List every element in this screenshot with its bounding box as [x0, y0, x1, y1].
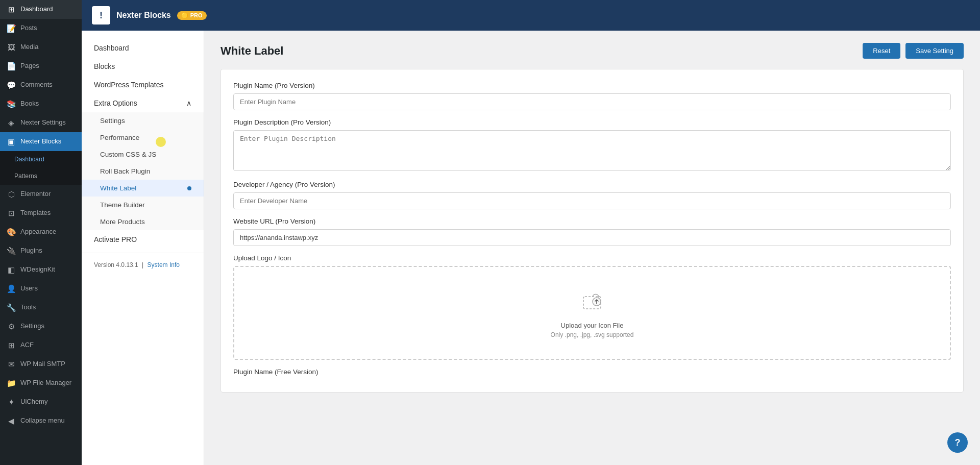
settings-icon: ⚙ [6, 321, 16, 332]
sidebar-item-wp-file-manager[interactable]: 📁 WP File Manager [0, 374, 82, 393]
plugin-name-pro-input[interactable] [233, 93, 951, 110]
sidebar-item-plugins[interactable]: 🔌 Plugins [0, 241, 82, 260]
system-info-link[interactable]: System Info [148, 261, 180, 268]
sidebar-item-pages[interactable]: 📄 Pages [0, 57, 82, 76]
uichemy-icon: ✦ [6, 397, 16, 407]
pro-badge: 🟡 PRO [177, 11, 207, 20]
sidebar-item-nexter-settings[interactable]: ◈ Nexter Settings [0, 113, 82, 132]
save-button[interactable]: Save Setting [905, 43, 964, 59]
plugin-menu-dashboard[interactable]: Dashboard [82, 39, 204, 57]
website-url-label: Website URL (Pro Version) [233, 217, 951, 225]
upload-logo-label: Upload Logo / Icon [233, 254, 951, 262]
templates-icon: ⊡ [6, 208, 16, 218]
sidebar-item-settings[interactable]: ⚙ Settings [0, 317, 82, 336]
page-header: White Label Reset Save Setting [220, 43, 964, 59]
upload-icon [244, 287, 940, 317]
developer-agency-input[interactable] [233, 192, 951, 209]
submenu-custom-css-js[interactable]: Custom CSS & JS [82, 146, 204, 163]
media-icon: 🖼 [6, 42, 16, 53]
content-area: Dashboard Blocks WordPress Templates Ext… [82, 31, 980, 465]
sidebar-item-books[interactable]: 📚 Books [0, 94, 82, 113]
header-buttons: Reset Save Setting [863, 43, 964, 59]
plugin-description-pro-label: Plugin Description (Pro Version) [233, 118, 951, 126]
chevron-down-icon: ∧ [186, 99, 191, 107]
plugin-description-pro-field: Plugin Description (Pro Version) [233, 118, 951, 181]
plugin-name-pro-label: Plugin Name (Pro Version) [233, 82, 951, 89]
sidebar-item-wp-mail-smtp[interactable]: ✉ WP Mail SMTP [0, 355, 82, 374]
wp-file-manager-icon: 📁 [6, 378, 16, 388]
sidebar-item-templates[interactable]: ⊡ Templates [0, 204, 82, 223]
books-icon: 📚 [6, 99, 16, 109]
extra-options-header[interactable]: Extra Options ∧ [82, 94, 204, 112]
wdesignkit-icon: ◧ [6, 264, 16, 275]
nexter-blocks-icon: ▣ [6, 136, 16, 147]
plugin-submenu: Settings Performance Custom CSS & JS Rol… [82, 112, 204, 230]
plugin-header: ! Nexter Blocks 🟡 PRO [82, 0, 980, 31]
upload-logo-field: Upload Logo / Icon Upload your Icon File [233, 254, 951, 360]
submenu-more-products[interactable]: More Products [82, 213, 204, 230]
sidebar-item-comments[interactable]: 💬 Comments [0, 76, 82, 94]
website-url-input[interactable] [233, 229, 951, 246]
upload-area[interactable]: Upload your Icon File Only .png, .jpg, .… [233, 266, 951, 360]
sidebar-item-collapse[interactable]: ◀ Collapse menu [0, 411, 82, 430]
pages-icon: 📄 [6, 61, 16, 71]
acf-icon: ⊞ [6, 340, 16, 351]
plugin-menu-wordpress-templates[interactable]: WordPress Templates [82, 76, 204, 94]
plugin-name: Nexter Blocks [116, 11, 171, 20]
upload-text: Upload your Icon File [244, 322, 940, 329]
developer-agency-field: Developer / Agency (Pro Version) [233, 181, 951, 217]
submenu-roll-back[interactable]: Roll Back Plugin [82, 163, 204, 180]
sidebar-item-elementor[interactable]: ⬡ Elementor [0, 185, 82, 204]
users-icon: 👤 [6, 283, 16, 294]
wp-admin-sidebar: ⊞ Dashboard 📝 Posts 🖼 Media 📄 Pages 💬 Co… [0, 0, 82, 465]
website-url-field: Website URL (Pro Version) [233, 217, 951, 254]
sidebar-item-tools[interactable]: 🔧 Tools [0, 298, 82, 317]
elementor-icon: ⬡ [6, 189, 16, 200]
reset-button[interactable]: Reset [863, 43, 900, 59]
pro-circle-icon: 🟡 [181, 12, 188, 19]
plugin-description-pro-input[interactable] [233, 130, 951, 171]
page-title: White Label [220, 44, 283, 58]
sidebar-item-posts[interactable]: 📝 Posts [0, 19, 82, 38]
sidebar-item-uichemy[interactable]: ✦ UiChemy [0, 393, 82, 411]
activate-pro-link[interactable]: Activate PRO [82, 230, 204, 249]
plugin-name-pro-field: Plugin Name (Pro Version) [233, 82, 951, 118]
sidebar-item-wdesignkit[interactable]: ◧ WDesignKit [0, 260, 82, 279]
sidebar-item-nexter-blocks[interactable]: ▣ Nexter Blocks [0, 132, 82, 151]
sidebar-item-media[interactable]: 🖼 Media [0, 38, 82, 57]
submenu-item-dashboard[interactable]: Dashboard [0, 151, 82, 168]
developer-agency-label: Developer / Agency (Pro Version) [233, 181, 951, 188]
submenu-white-label[interactable]: White Label [82, 180, 204, 197]
plugin-name-free-field: Plugin Name (Free Version) [233, 368, 951, 376]
sidebar-item-appearance[interactable]: 🎨 Appearance [0, 223, 82, 241]
submenu-item-patterns[interactable]: Patterns [0, 168, 82, 185]
wp-mail-smtp-icon: ✉ [6, 359, 16, 370]
appearance-icon: 🎨 [6, 227, 16, 237]
page-content: White Label Reset Save Setting Plugin Na… [204, 31, 980, 465]
upload-subtext: Only .png, .jpg, .svg supported [244, 331, 940, 338]
nexter-settings-icon: ◈ [6, 117, 16, 128]
main-area: ! Nexter Blocks 🟡 PRO Dashboard Blocks W… [82, 0, 980, 465]
sidebar-item-users[interactable]: 👤 Users [0, 279, 82, 298]
collapse-icon: ◀ [6, 415, 16, 426]
sidebar-item-dashboard[interactable]: ⊞ Dashboard [0, 0, 82, 19]
dashboard-icon: ⊞ [6, 4, 16, 15]
white-label-form: Plugin Name (Pro Version) Plugin Descrip… [220, 69, 964, 393]
active-dot [187, 186, 191, 190]
submenu-settings[interactable]: Settings [82, 112, 204, 129]
submenu-theme-builder[interactable]: Theme Builder [82, 197, 204, 213]
plugins-icon: 🔌 [6, 246, 16, 256]
plugin-sidebar-footer: Version 4.0.13.1 | System Info [82, 253, 204, 277]
plugin-menu-blocks[interactable]: Blocks [82, 57, 204, 76]
comments-icon: 💬 [6, 80, 16, 90]
plugin-name-free-label: Plugin Name (Free Version) [233, 368, 951, 376]
nexter-blocks-submenu: Dashboard Patterns [0, 151, 82, 185]
posts-icon: 📝 [6, 23, 16, 34]
tools-icon: 🔧 [6, 302, 16, 313]
sidebar-item-acf[interactable]: ⊞ ACF [0, 336, 82, 355]
plugin-logo: ! [92, 6, 110, 25]
help-button[interactable]: ? [947, 432, 968, 453]
plugin-sidebar: Dashboard Blocks WordPress Templates Ext… [82, 31, 204, 465]
submenu-performance[interactable]: Performance [82, 129, 204, 146]
